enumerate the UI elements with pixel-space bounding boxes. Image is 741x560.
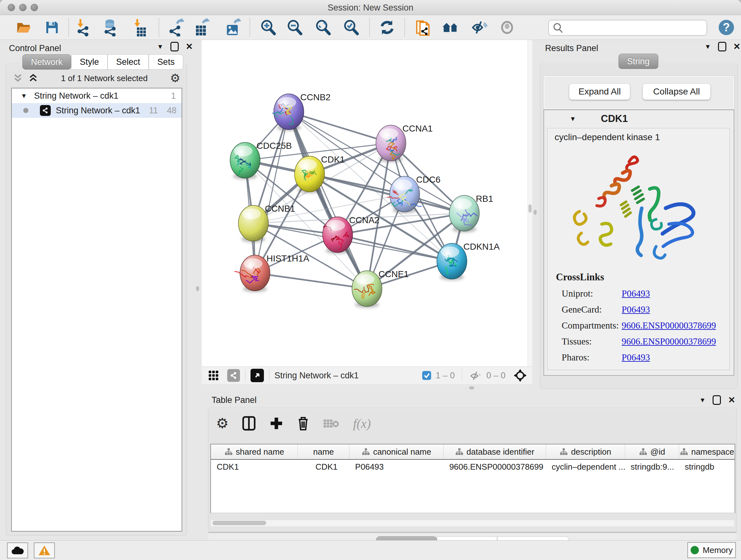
column-header-database-identifier[interactable]: database identifier — [444, 444, 546, 459]
tab-string[interactable]: String — [618, 54, 658, 69]
collection-expander-icon[interactable]: ▼ — [21, 92, 27, 100]
table-horizontal-scrollbar[interactable] — [210, 520, 735, 527]
fit-content-crosshair-icon[interactable] — [513, 368, 527, 382]
node-label-CDC25B: CDC25B — [257, 141, 292, 151]
import-table-button[interactable] — [131, 19, 148, 36]
zoom-selected-button[interactable] — [343, 19, 359, 36]
bottom-splitter-handle[interactable] — [469, 386, 474, 389]
expand-all-icon[interactable] — [12, 73, 23, 83]
warnings-button[interactable] — [34, 543, 55, 558]
network-node-CCNA2[interactable]: CCNA2 — [323, 215, 380, 254]
export-table-button[interactable] — [193, 19, 210, 36]
node-label-CCNB1: CCNB1 — [265, 204, 295, 213]
tab-sets[interactable]: Sets — [149, 54, 183, 70]
open-session-button[interactable] — [16, 19, 32, 36]
network-node-CDC6[interactable]: CDC6 — [387, 175, 441, 213]
birds-eye-view-icon[interactable] — [251, 369, 264, 382]
crosslink-genecard-link[interactable]: P06493 — [622, 304, 650, 315]
column-header-shared-name[interactable]: shared name — [211, 444, 298, 459]
network-share-icon[interactable] — [227, 369, 240, 382]
export-network-icon — [167, 18, 184, 37]
table-panel-float-icon[interactable] — [713, 395, 721, 405]
delete-column-icon[interactable] — [297, 416, 310, 431]
gene-card-expander-icon[interactable]: ▼ — [569, 115, 576, 123]
table-import-icon — [132, 18, 146, 37]
table-row[interactable]: CDK1 CDK1 P06493 9606.ENSP00000378699 cy… — [211, 460, 735, 474]
network-edge-CCNB2-HIST1H1A[interactable] — [255, 112, 289, 273]
network-node-CCNB2[interactable]: CCNB2 — [272, 92, 331, 131]
column-header-canonical-name[interactable]: canonical name — [349, 444, 444, 459]
network-collection-row[interactable]: ▼ String Network – cdk1 1 — [12, 88, 182, 103]
search-field[interactable] — [548, 20, 707, 36]
export-image-button[interactable] — [224, 19, 241, 36]
cloud-status-button[interactable] — [7, 543, 28, 558]
results-panel-float-icon[interactable] — [718, 42, 726, 51]
results-panel-close-icon[interactable]: ✕ — [733, 42, 741, 52]
column-header-namespace[interactable]: namespace — [679, 444, 735, 459]
hidden-count: 0 – 0 — [486, 371, 506, 381]
collapse-all-icon[interactable] — [28, 73, 39, 83]
crosslink-pharos-link[interactable]: P06493 — [622, 352, 650, 363]
show-all-button[interactable] — [499, 19, 515, 36]
network-edge-HIST1H1A-CCNE1[interactable] — [255, 273, 367, 289]
expand-all-button[interactable]: Expand All — [569, 83, 630, 100]
control-panel-close-icon[interactable]: ✕ — [186, 42, 193, 52]
crosslink-tissues-link[interactable]: 9606.ENSP00000378699 — [622, 336, 716, 347]
right-splitter-handle[interactable] — [534, 210, 537, 215]
network-edge-CCNB2-CCNA1[interactable] — [289, 112, 391, 143]
network-vertical-scrollbar[interactable] — [528, 40, 532, 367]
clone-network-icon — [415, 18, 431, 37]
zoom-out-button[interactable] — [286, 19, 303, 36]
results-panel-menu-icon[interactable]: ▼ — [704, 43, 711, 51]
hidden-eye-icon[interactable] — [469, 370, 482, 381]
help-button[interactable]: ? — [718, 19, 735, 36]
database-import-icon — [102, 18, 118, 37]
grid-view-icon[interactable] — [207, 369, 219, 381]
clone-network-button[interactable] — [415, 19, 431, 36]
memory-button[interactable]: Memory — [687, 542, 736, 558]
network-row-selected[interactable]: String Network – cdk1 11 48 — [12, 103, 182, 118]
control-panel-float-icon[interactable] — [171, 42, 179, 51]
crosslink-compartments-link[interactable]: 9606.ENSP00000378699 — [622, 320, 716, 331]
export-network-button[interactable] — [167, 19, 184, 36]
import-network-from-file-button[interactable] — [74, 19, 91, 36]
results-button-box: Expand All Collapse All — [543, 76, 734, 109]
gene-card-header[interactable]: ▼ CDK1 — [544, 110, 734, 127]
network-tree: ▼ String Network – cdk1 1 String Network… — [11, 88, 182, 532]
tab-style[interactable]: Style — [71, 54, 108, 70]
column-header-description[interactable]: description — [546, 444, 625, 459]
layout-home-button[interactable] — [442, 19, 459, 36]
refresh-view-button[interactable] — [379, 19, 395, 36]
import-network-from-database-button[interactable] — [102, 19, 118, 36]
zoom-fit-button[interactable] — [315, 19, 331, 36]
network-node-CCNB1[interactable]: CCNB1 — [239, 204, 295, 242]
table-options-gear-icon[interactable]: ⚙ — [216, 416, 228, 430]
tab-select[interactable]: Select — [108, 54, 149, 70]
save-session-button[interactable] — [44, 19, 60, 36]
left-splitter-handle[interactable] — [196, 286, 199, 291]
control-panel-menu-icon[interactable]: ▼ — [157, 43, 163, 51]
string-network-icon — [40, 105, 51, 116]
tab-network[interactable]: Network — [22, 54, 71, 70]
selected-checkbox-icon[interactable] — [421, 370, 432, 381]
gene-description: cyclin–dependent kinase 1 — [555, 132, 660, 142]
network-canvas[interactable]: CCNB2CCNA1CDC25BCDK1CDC6RB1CCNB1CCNA2CDK… — [202, 40, 532, 367]
network-edge-CCNA2-CDKN1A[interactable] — [338, 235, 452, 261]
crosslink-uniprot-link[interactable]: P06493 — [622, 288, 650, 299]
network-options-gear-icon[interactable]: ⚙ — [170, 72, 180, 84]
network-node-CCNE1[interactable]: CCNE1 — [352, 269, 409, 308]
column-header-name[interactable]: name — [298, 444, 349, 459]
collapse-all-button[interactable]: Collapse All — [643, 83, 711, 100]
network-node-CDKN1A[interactable]: CDKN1A — [437, 242, 500, 280]
network-edge-CDK1-RB1[interactable] — [310, 174, 464, 213]
column-header-id[interactable]: @id — [625, 444, 679, 459]
table-panel-menu-icon[interactable]: ▼ — [699, 396, 706, 404]
show-columns-icon[interactable] — [242, 416, 256, 431]
network-node-RB1[interactable]: RB1 — [449, 194, 493, 233]
add-column-icon[interactable] — [269, 416, 283, 430]
search-input[interactable] — [565, 21, 704, 34]
table-panel-close-icon[interactable]: ✕ — [728, 395, 735, 405]
zoom-in-button[interactable] — [260, 19, 276, 36]
network-node-HIST1H1A[interactable]: HIST1H1A — [234, 253, 309, 292]
hide-selected-button[interactable] — [471, 19, 488, 36]
